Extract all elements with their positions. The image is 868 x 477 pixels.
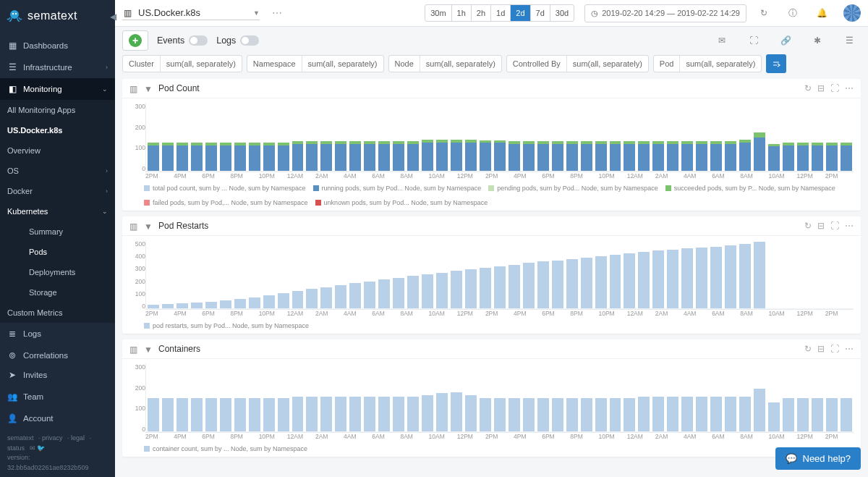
footer-link[interactable]: status [7,444,25,452]
switch-icon [189,35,208,46]
filter-pod[interactable]: Pod sum(all, separately) [653,55,762,72]
panel-pod-count: ▥ ▼ Pod Count ↻ ⊟ ⛶ ⋯ 3002001000 2PM4PM6… [122,79,861,211]
filter-controlled-by[interactable]: Controlled By sum(all, separately) [506,55,649,72]
chevron-right-icon: › [106,167,108,174]
time-range-2d[interactable]: 2d [511,5,530,21]
nav-kubernetes[interactable]: Kubernetes⌄ [0,201,115,221]
add-button[interactable]: + [122,30,148,51]
mail-icon[interactable]: ✉ [710,29,733,52]
filter-namespace[interactable]: Namespace sum(all, separately) [247,55,384,72]
nav-team[interactable]: 👥Team [0,386,115,408]
nav-overview[interactable]: Overview [0,140,115,161]
time-range-picker: 30m1h2h1d2d7d30d [425,4,574,22]
filter-icon[interactable]: ▼ [144,84,153,93]
collapse-sidebar-button[interactable]: ◀ [110,12,116,23]
collapse-icon[interactable]: ⊟ [817,344,825,354]
app-selector[interactable]: ▥ US.Docker.k8s ▼ [122,6,260,20]
time-range-30m[interactable]: 30m [425,5,451,21]
events-toggle[interactable]: Events [157,35,208,46]
nav-current-app[interactable]: US.Docker.k8s [0,120,115,140]
legend-item: succeeded pods, sum by P... Node, sum by… [665,185,835,192]
footer-link[interactable]: sematext [7,434,34,442]
chart: 3002001000 2PM4PM6PM8PM10PM12AM2AM4AM6AM… [122,98,861,182]
nav-summary[interactable]: Summary [0,221,115,242]
monitoring-subnav: All Monitoring Apps US.Docker.k8s Overvi… [0,100,115,323]
nav-all-apps[interactable]: All Monitoring Apps [0,100,115,120]
refresh-icon[interactable]: ↻ [804,344,812,354]
panel-title: Pod Count [158,83,799,93]
refresh-icon[interactable]: ↻ [804,83,812,93]
monitor-icon: ◧ [7,84,17,94]
nav-account[interactable]: 👤Account [0,408,115,429]
bug-icon[interactable]: ✱ [806,29,829,52]
legend-item: pending pods, sum by Pod... Node, sum by… [488,185,658,192]
nav-os[interactable]: OS› [0,161,115,181]
chat-icon: 💬 [786,453,797,464]
chart-icon: ▥ [129,221,138,230]
clock-icon: ◷ [591,9,598,18]
more-icon[interactable]: ⋯ [845,344,854,354]
nav-docker[interactable]: Docker› [0,181,115,201]
time-display[interactable]: ◷ 2019-02-20 14:29 — 2019-02-22 14:29 [584,4,746,22]
nav-monitoring[interactable]: ◧Monitoring⌄ [0,78,115,100]
bell-icon[interactable]: 🔔 [810,1,833,25]
nav-infrastructure[interactable]: ☰Infrastructure› [0,56,115,78]
server-icon: ☰ [7,62,17,72]
refresh-icon[interactable]: ↻ [804,221,812,231]
nav-correlations[interactable]: ⊚Correlations [0,345,115,364]
collapse-icon[interactable]: ⊟ [817,221,825,231]
nav-custom-metrics[interactable]: Custom Metrics [0,303,115,323]
filter-node[interactable]: Node sum(all, separately) [388,55,502,72]
twitter-icon[interactable]: 🐦 [37,444,45,452]
nav-invites[interactable]: ➤Invites [0,364,115,386]
help-button[interactable]: 💬 Need help? [775,447,861,470]
filter-icon[interactable]: ▼ [144,221,153,230]
time-range-1d[interactable]: 1d [491,5,511,21]
time-range-30d[interactable]: 30d [550,5,574,21]
chart-icon: ▥ [129,84,138,93]
expand-icon[interactable]: ⛶ [830,83,839,93]
collapse-icon[interactable]: ⊟ [817,83,825,93]
mail-icon[interactable]: ✉ [30,444,35,452]
nav-deployments[interactable]: Deployments [0,262,115,282]
footer-link[interactable]: privacy [42,434,63,442]
correlations-icon: ⊚ [7,350,17,360]
dashboard-icon: ▦ [7,41,17,51]
nav-pods[interactable]: Pods [0,242,115,262]
time-range-1h[interactable]: 1h [452,5,472,21]
send-icon: ➤ [7,370,17,380]
more-icon[interactable]: ⋯ [845,83,854,93]
refresh-icon[interactable]: ↻ [752,1,775,25]
menu-icon[interactable]: ☰ [838,29,861,52]
panel-containers: ▥ ▼ Containers ↻ ⊟ ⛶ ⋯ 3002001000 2PM4PM… [122,339,861,457]
info-icon[interactable]: ⓘ [781,1,804,25]
user-icon: 👤 [7,413,17,423]
nav-dashboards[interactable]: ▦Dashboards [0,35,115,56]
legend: pod restarts, sum by Pod... Node, sum by… [122,320,861,334]
more-icon[interactable]: ⋯ [265,1,289,25]
filter-icon[interactable]: ▼ [144,345,153,353]
avatar[interactable] [843,4,861,22]
nav-logs[interactable]: ≣Logs [0,323,115,345]
nav-storage[interactable]: Storage [0,282,115,303]
svg-point-2 [15,13,17,14]
time-range-7d[interactable]: 7d [531,5,550,21]
fullscreen-icon[interactable]: ⛶ [742,29,765,52]
time-range-2h[interactable]: 2h [472,5,491,21]
expand-icon[interactable]: ⛶ [830,221,839,231]
chevron-down-icon: ⌄ [102,208,108,215]
legend-item: pod restarts, sum by Pod... Node, sum by… [144,322,309,329]
filter-row: Cluster sum(all, separately) Namespace s… [115,54,868,79]
expand-icon[interactable]: ⛶ [830,344,839,354]
filter-add-button[interactable] [766,54,786,73]
filter-cluster[interactable]: Cluster sum(all, separately) [122,55,242,72]
legend-item: unknown pods, sum by Pod... Node, sum by… [315,199,488,206]
footer-link[interactable]: legal [71,434,85,442]
more-icon[interactable]: ⋯ [845,221,854,231]
logo[interactable]: sematext [0,0,115,35]
panel-pod-restarts: ▥ ▼ Pod Restarts ↻ ⊟ ⛶ ⋯ 500400300200100… [122,216,861,334]
panel-title: Containers [158,344,799,354]
logs-toggle[interactable]: Logs [216,35,259,46]
link-icon[interactable]: 🔗 [774,29,797,52]
chart: 3002001000 2PM4PM6PM8PM10PM12AM2AM4AM6AM… [122,359,861,443]
